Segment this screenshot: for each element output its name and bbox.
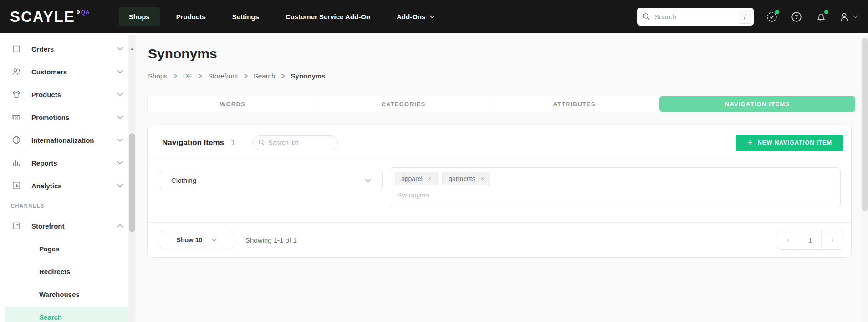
search-icon — [643, 13, 650, 21]
new-navigation-item-button[interactable]: + NEW NAVIGATION ITEM — [736, 135, 843, 151]
window-scrollbar[interactable] — [861, 33, 868, 322]
chevron-down-icon — [365, 178, 371, 182]
next-page-button[interactable]: › — [822, 230, 843, 249]
sidebar-item-internationalization[interactable]: Internationalization — [0, 129, 136, 151]
notifications-badge-dot — [824, 10, 828, 14]
help-icon[interactable]: ? — [790, 10, 803, 23]
tag-garments: garments × — [442, 172, 490, 185]
page-title: Synonyms — [148, 46, 217, 62]
sidebar-item-search[interactable]: Search — [0, 306, 136, 322]
globe-icon — [11, 135, 21, 145]
chevron-down-icon — [117, 47, 123, 51]
topnav-item-shops[interactable]: Shops — [119, 7, 160, 26]
notifications-bell-icon[interactable] — [815, 10, 827, 23]
breadcrumb-separator: > — [244, 72, 248, 81]
sidebar: Orders Customers Products Promotions — [0, 33, 136, 322]
pagination: ‹ 1 › — [777, 230, 843, 250]
chevron-down-icon — [117, 70, 123, 73]
global-search-input[interactable] — [654, 13, 739, 21]
chevron-down-icon — [429, 15, 435, 18]
chevron-down-icon — [117, 138, 123, 142]
sidebar-item-redirects[interactable]: Redirects — [0, 260, 136, 283]
active-item-highlight — [5, 307, 129, 322]
category-select-value: Clothing — [171, 177, 196, 184]
panel-footer: Show 10 Showing 1-1 of 1 ‹ 1 › — [148, 222, 851, 257]
svg-text:?: ? — [795, 14, 798, 20]
sidebar-item-products[interactable]: Products — [0, 83, 136, 106]
tab-categories[interactable]: CATEGORIES — [318, 96, 489, 112]
customers-icon — [11, 67, 21, 77]
remove-tag-icon[interactable]: × — [481, 176, 485, 182]
products-tshirt-icon — [11, 89, 21, 99]
panel-body: Clothing apparel × garments × Synonyms — [148, 160, 851, 222]
tab-words[interactable]: WORDS — [148, 96, 318, 112]
synonyms-placeholder: Synonyms — [397, 191, 836, 199]
panel-header: Navigation Items 1 + NEW NAVIGATION ITEM — [148, 125, 851, 160]
orders-icon — [11, 44, 21, 54]
sidebar-nav: Orders Customers Products Promotions — [0, 33, 136, 322]
scrollbar-thumb[interactable] — [129, 133, 135, 232]
sidebar-item-pages[interactable]: Pages — [0, 237, 136, 260]
remove-tag-icon[interactable]: × — [428, 176, 432, 182]
panel-count: 1 — [231, 138, 235, 147]
breadcrumb-de[interactable]: DE — [183, 72, 193, 80]
user-icon — [838, 11, 850, 23]
logo-text: SCAYLE — [10, 8, 75, 26]
category-select[interactable]: Clothing — [160, 171, 383, 190]
breadcrumb: Shops > DE > Storefront > Search > Synon… — [148, 72, 325, 80]
global-search[interactable]: / — [637, 8, 754, 26]
chevron-up-icon — [117, 224, 123, 228]
page-size-value: Show 10 — [177, 236, 203, 244]
search-icon — [258, 139, 265, 146]
sidebar-item-reports[interactable]: Reports — [0, 151, 136, 174]
breadcrumb-current: Synonyms — [291, 72, 326, 80]
search-shortcut-badge: / — [739, 10, 751, 24]
breadcrumb-separator: > — [199, 72, 202, 81]
chevron-down-icon — [211, 238, 217, 242]
sidebar-item-analytics[interactable]: Analytics — [0, 174, 136, 197]
topnav-item-addons[interactable]: Add-Ons — [387, 7, 445, 26]
logo-degree-mark — [77, 10, 80, 14]
environment-badge: QA — [81, 9, 90, 16]
sidebar-scrollbar[interactable]: ▲ — [128, 35, 136, 322]
sidebar-item-customers[interactable]: Customers — [0, 60, 136, 83]
navigation-items-panel: Navigation Items 1 + NEW NAVIGATION ITEM… — [147, 125, 852, 258]
main-content: Synonyms Shops > DE > Storefront > Searc… — [136, 33, 868, 322]
storefront-icon — [11, 221, 21, 231]
tags-row: apparel × garments × — [395, 172, 836, 185]
breadcrumb-search[interactable]: Search — [254, 72, 276, 80]
scrollbar-up-arrow[interactable]: ▲ — [128, 47, 136, 51]
page-size-select[interactable]: Show 10 — [160, 231, 234, 249]
sidebar-item-warehouses[interactable]: Warehouses — [0, 283, 136, 306]
prev-page-button[interactable]: ‹ — [777, 230, 799, 249]
sidebar-item-promotions[interactable]: Promotions — [0, 106, 136, 129]
sidebar-item-orders[interactable]: Orders — [0, 37, 136, 60]
status-badge-dot — [775, 10, 779, 14]
topnav-right-cluster: / ? — [637, 8, 858, 26]
chevron-down-icon — [853, 15, 858, 18]
breadcrumb-separator: > — [281, 72, 285, 81]
breadcrumb-shops[interactable]: Shops — [148, 72, 168, 80]
tab-attributes[interactable]: ATTRIBUTES — [489, 96, 659, 112]
sidebar-item-storefront[interactable]: Storefront — [0, 214, 136, 237]
chevron-down-icon — [117, 161, 123, 165]
synonyms-tag-input[interactable]: apparel × garments × Synonyms — [390, 167, 841, 208]
chevron-down-icon — [117, 93, 123, 96]
promotions-ticket-icon — [11, 112, 21, 122]
synonyms-tabbar: WORDS CATEGORIES ATTRIBUTES NAVIGATION I… — [147, 96, 856, 112]
topnav-item-settings[interactable]: Settings — [222, 7, 269, 26]
topnav-menu: Shops Products Settings Customer Service… — [119, 7, 445, 26]
scayle-logo[interactable]: SCAYLE QA — [10, 8, 90, 26]
current-page: 1 — [799, 230, 821, 249]
tab-navigation-items[interactable]: NAVIGATION ITEMS — [659, 96, 855, 112]
list-search-input[interactable] — [269, 139, 332, 146]
showing-range-text: Showing 1-1 of 1 — [245, 236, 297, 244]
scrollbar-thumb[interactable] — [862, 38, 868, 211]
chevron-down-icon — [117, 115, 123, 119]
topnav-item-products[interactable]: Products — [166, 7, 216, 26]
list-search[interactable] — [252, 135, 338, 150]
user-menu[interactable] — [838, 11, 858, 23]
breadcrumb-storefront[interactable]: Storefront — [208, 72, 238, 80]
topnav-item-customer-service-addon[interactable]: Customer Service Add-On — [276, 7, 380, 26]
status-check-icon[interactable] — [766, 10, 778, 23]
